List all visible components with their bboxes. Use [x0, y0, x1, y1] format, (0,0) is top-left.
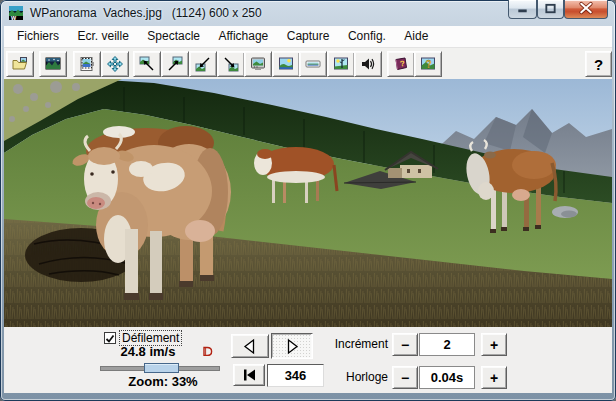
clock-plus-button[interactable]: +	[481, 366, 507, 389]
panorama-photo	[4, 79, 612, 327]
increment-plus-button[interactable]: +	[481, 333, 507, 356]
slider-thumb[interactable]	[144, 363, 179, 373]
app-icon[interactable]: w	[8, 5, 24, 21]
speed-slider[interactable]	[100, 362, 220, 374]
arrow-right-icon	[284, 338, 300, 355]
scroll-upleft-button[interactable]	[133, 51, 161, 77]
help-book-button[interactable]: ?	[387, 51, 415, 77]
menu-capture[interactable]: Capture	[280, 26, 337, 47]
increment-label: Incrément	[318, 337, 388, 351]
menu-config[interactable]: Config.	[341, 26, 393, 47]
zoom-status: Zoom: 33%	[113, 374, 213, 389]
frame-number-field[interactable]: 346	[267, 364, 324, 387]
menu-bar: Fichiers Ecr. veille Spectacle Affichage…	[4, 26, 612, 48]
screensaver-button[interactable]	[244, 51, 272, 77]
image-sun-icon	[278, 56, 294, 72]
defilement-checkbox[interactable]	[104, 332, 116, 344]
panorama-files-button[interactable]	[39, 51, 67, 77]
menu-aide[interactable]: Aide	[397, 26, 435, 47]
clipboard-image-icon	[79, 56, 95, 72]
pan-upleft-icon	[139, 56, 155, 72]
first-frame-button[interactable]	[233, 364, 265, 386]
help-book-icon: ?	[393, 56, 409, 72]
image-pole-icon	[333, 56, 349, 72]
panorama-strip-button[interactable]	[299, 51, 327, 77]
folder-open-icon	[12, 56, 28, 72]
client-area: Fichiers Ecr. veille Spectacle Affichage…	[4, 26, 612, 393]
control-panel: Défilement 24.8 im/s Zoom: 33%	[4, 327, 612, 393]
close-button[interactable]	[564, 0, 608, 19]
clock-label: Horloge	[318, 370, 388, 384]
scroll-upright-button[interactable]	[161, 51, 189, 77]
pan-downright-icon	[223, 56, 239, 72]
help-button[interactable]: ?	[585, 51, 612, 77]
open-file-button[interactable]	[6, 51, 34, 77]
about-panorama-button[interactable]: ?	[414, 51, 442, 77]
close-icon	[565, 0, 607, 18]
menu-fichiers[interactable]: Fichiers	[10, 26, 66, 47]
pan-downleft-icon	[195, 56, 211, 72]
maximize-icon	[538, 0, 563, 18]
increment-value-field[interactable]: 2	[419, 333, 475, 356]
scroll-right-button[interactable]	[271, 333, 313, 359]
help-button-label: ?	[594, 56, 603, 73]
move-arrows-icon	[107, 56, 123, 72]
wide-image-icon	[305, 56, 321, 72]
speed-value: 24.8 im/s	[107, 344, 189, 359]
pan-upright-icon	[167, 56, 183, 72]
skip-to-start-icon	[242, 368, 257, 382]
minimize-icon	[509, 0, 536, 18]
title-bar[interactable]: w WPanorama Vaches.jpg (1124) 600 x 250	[0, 0, 616, 26]
window-title: WPanorama Vaches.jpg (1124) 600 x 250	[30, 6, 262, 20]
svg-text:?: ?	[426, 59, 432, 70]
speaker-icon	[360, 56, 376, 72]
clock-value-field[interactable]: 0.04s	[419, 366, 475, 389]
image-question-icon: ?	[420, 56, 436, 72]
panorama-dark-icon	[45, 56, 61, 72]
arrow-left-icon	[242, 338, 258, 355]
panorama-viewport[interactable]	[4, 79, 612, 327]
speed-indicator-icon	[202, 346, 213, 357]
checkmark-icon	[105, 334, 115, 344]
monitor-icon	[250, 56, 266, 72]
minimize-button[interactable]	[508, 0, 537, 19]
copy-frame-button[interactable]	[73, 51, 101, 77]
view-image-button[interactable]	[272, 51, 300, 77]
toolbar: ? ? ?	[4, 48, 612, 79]
app-window: w WPanorama Vaches.jpg (1124) 600 x 250 …	[0, 0, 616, 401]
clock-minus-button[interactable]: −	[392, 366, 418, 389]
scroll-downright-button[interactable]	[217, 51, 245, 77]
increment-minus-button[interactable]: −	[392, 333, 418, 356]
pan-center-button[interactable]	[101, 51, 129, 77]
menu-ecr-veille[interactable]: Ecr. veille	[70, 26, 135, 47]
menu-spectacle[interactable]: Spectacle	[140, 26, 207, 47]
menu-affichage[interactable]: Affichage	[211, 26, 275, 47]
sound-button[interactable]	[354, 51, 382, 77]
slideshow-button[interactable]	[327, 51, 355, 77]
svg-text:w: w	[10, 14, 17, 21]
maximize-button[interactable]	[537, 0, 564, 19]
scroll-left-button[interactable]	[231, 334, 269, 358]
scroll-downleft-button[interactable]	[189, 51, 217, 77]
